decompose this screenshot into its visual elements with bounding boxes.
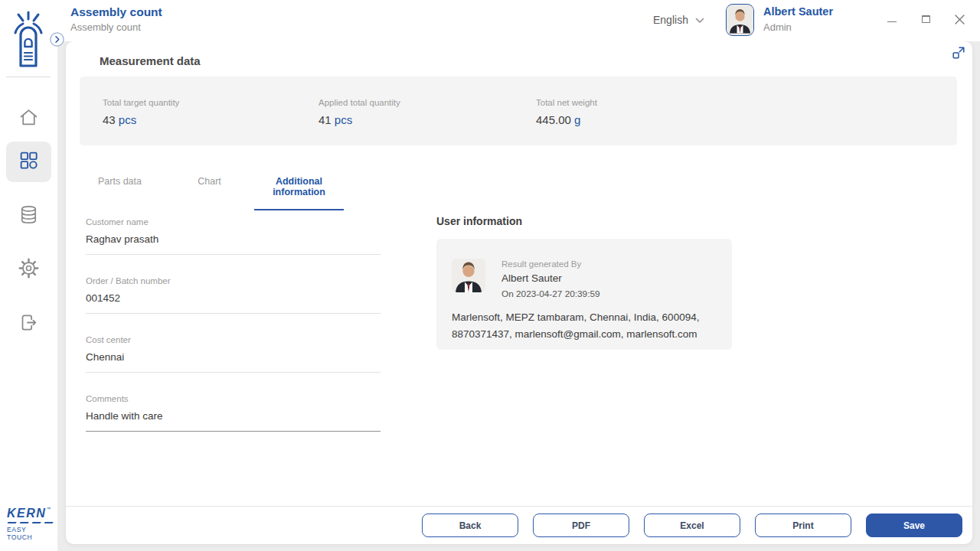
excel-button[interactable]: Excel [644, 514, 740, 537]
save-button[interactable]: Save [866, 514, 962, 537]
order-batch-number-field[interactable]: Order / Batch number 001452 [86, 276, 381, 314]
sidebar-item-settings[interactable] [6, 249, 51, 290]
sidebar-item-apps[interactable] [6, 142, 51, 182]
close-icon[interactable] [954, 14, 965, 24]
sidebar-expand-button[interactable] [50, 32, 64, 47]
kern-trademark: ™ [46, 507, 51, 511]
sidebar-item-logout[interactable] [6, 304, 51, 344]
tab-parts-data[interactable]: Parts data [75, 171, 165, 210]
sidebar-divider [6, 77, 51, 77]
field-label: Comments [86, 394, 381, 403]
field-value[interactable]: 001452 [86, 292, 381, 314]
print-button[interactable]: Print [755, 514, 851, 537]
company-address: Marlensoft, MEPZ tambaram, Chennai, Indi… [452, 299, 718, 342]
tab-chart[interactable]: Chart [165, 171, 254, 210]
window-controls [887, 11, 965, 28]
measurement-data-card: Measurement data Total target quantity 4… [66, 41, 972, 544]
user-role: Admin [763, 21, 833, 33]
field-label: Customer name [86, 217, 381, 227]
header: Assembly count Assembly count English Al… [0, 0, 980, 41]
result-generated-by-label: Result generated By [452, 259, 718, 269]
page-subtitle: Assembly count [70, 21, 141, 33]
language-label: English [653, 14, 688, 26]
summary-unit: g [574, 113, 580, 126]
expand-icon[interactable] [951, 45, 966, 60]
maximize-icon[interactable] [920, 14, 931, 24]
summary-value: 43 [103, 113, 116, 126]
summary-bar: Total target quantity 43 pcs Applied tot… [80, 77, 957, 145]
generated-on-date: On 2023-04-27 20:39:59 [452, 289, 718, 299]
summary-label: Applied total quantity [318, 98, 536, 107]
kern-logo: KERN™ EASY TOUCH [7, 507, 53, 541]
comments-field[interactable]: Comments Handle with care [86, 394, 381, 432]
language-selector[interactable]: English [653, 13, 704, 27]
field-value[interactable]: Raghav prasath [86, 233, 381, 255]
avatar [726, 4, 754, 36]
section-title: Measurement data [100, 54, 201, 67]
sidebar-item-home[interactable] [6, 99, 51, 139]
user-information-panel: Result generated By Albert Sauter On 202… [436, 239, 732, 350]
tab-additional-information[interactable]: Additional information [254, 171, 344, 210]
tab-bar: Parts data Chart Additional information [75, 171, 344, 210]
summary-applied-total: Applied total quantity 41 pcs [318, 98, 536, 145]
generated-by-name: Albert Sauter [452, 272, 718, 284]
logout-icon [18, 312, 39, 336]
easy-touch-logo-icon [8, 9, 48, 72]
user-menu[interactable]: Albert Sauter Admin [726, 4, 833, 36]
user-information-heading: User information [436, 215, 732, 227]
user-name: Albert Sauter [763, 5, 833, 18]
summary-label: Total net weight [536, 98, 752, 107]
minimize-icon[interactable] [887, 14, 897, 24]
user-information-section: User information Result generated By Alb… [436, 215, 732, 350]
customer-name-field[interactable]: Customer name Raghav prasath [86, 217, 381, 255]
apps-grid-icon [18, 150, 39, 174]
generated-by-avatar [452, 259, 485, 292]
database-icon [18, 204, 39, 228]
back-button[interactable]: Back [422, 514, 518, 537]
summary-total-target: Total target quantity 43 pcs [103, 98, 318, 145]
kern-sub-text: EASY TOUCH [7, 526, 53, 541]
gear-icon [18, 258, 39, 282]
additional-info-form: Customer name Raghav prasath Order / Bat… [86, 217, 381, 453]
home-icon [18, 107, 39, 131]
field-label: Order / Batch number [86, 276, 381, 285]
footer-action-bar: Back PDF Excel Print Save [66, 506, 972, 544]
cost-center-field[interactable]: Cost center Chennai [86, 335, 381, 373]
summary-value: 41 [318, 113, 332, 126]
field-value[interactable]: Handle with care [86, 410, 381, 432]
sidebar: KERN™ EASY TOUCH [0, 0, 57, 551]
summary-unit: pcs [335, 113, 352, 126]
summary-unit: pcs [119, 113, 136, 126]
summary-value: 445.00 [536, 113, 571, 126]
field-value[interactable]: Chennai [86, 351, 381, 373]
page-title: Assembly count [70, 5, 162, 19]
kern-logo-dashes [8, 522, 53, 523]
chevron-down-icon [695, 13, 704, 27]
sidebar-item-database[interactable] [6, 196, 51, 236]
kern-brand-text: KERN [7, 507, 46, 520]
summary-net-weight: Total net weight 445.00 g [536, 98, 752, 145]
pdf-button[interactable]: PDF [533, 514, 629, 537]
summary-label: Total target quantity [103, 98, 318, 107]
field-label: Cost center [86, 335, 381, 344]
